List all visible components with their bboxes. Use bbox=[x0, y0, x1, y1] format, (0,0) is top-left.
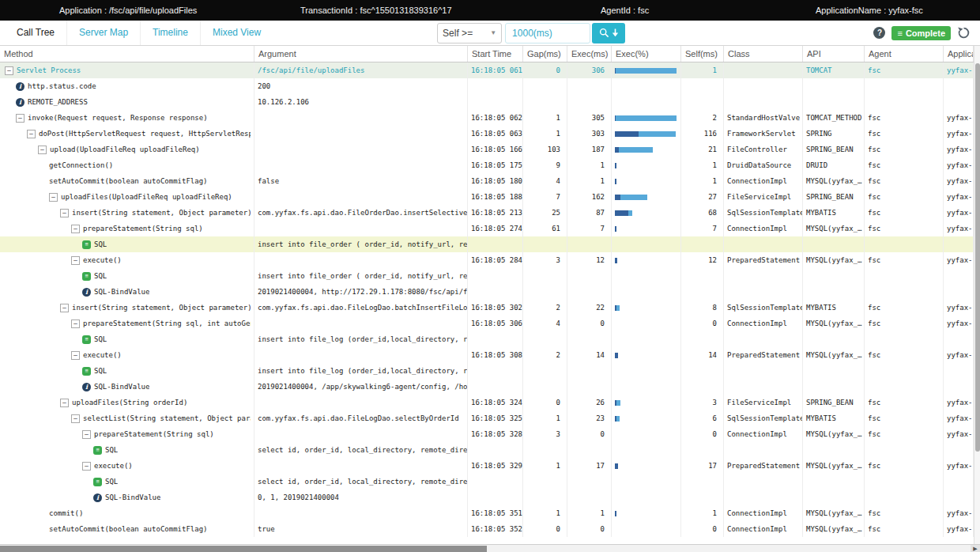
column-header-api[interactable]: API bbox=[803, 46, 865, 62]
collapse-icon[interactable]: − bbox=[38, 146, 47, 154]
method-name: execute() bbox=[83, 252, 122, 268]
exec-ms-cell bbox=[567, 94, 612, 110]
tab-server-map[interactable]: Server Map bbox=[66, 21, 140, 45]
collapse-icon[interactable]: − bbox=[71, 319, 80, 328]
tab-mixed-view[interactable]: Mixed View bbox=[200, 21, 273, 45]
call-tree-row[interactable]: −uploadFiles(String orderId)16:18:05 324… bbox=[0, 395, 974, 410]
call-tree-row[interactable]: −selectList(String statement, Object par… bbox=[0, 410, 974, 426]
view-tabs: Call Tree Server Map Timeline Mixed View bbox=[5, 21, 273, 45]
api-cell: SPRING_BEAN bbox=[803, 142, 865, 157]
call-tree-row[interactable]: −upload(UploadFileReq uploadFileReq)16:1… bbox=[0, 142, 974, 157]
collapse-icon[interactable]: − bbox=[82, 462, 91, 471]
call-tree-row[interactable]: −invoke(Request request, Response respon… bbox=[0, 110, 974, 126]
class-cell: ConnectionImpl bbox=[724, 221, 803, 236]
call-tree-row[interactable]: iREMOTE_ADDRESS10.126.2.106 bbox=[0, 94, 974, 110]
call-tree-row[interactable]: ≡SQLinsert into file_order ( order_id, n… bbox=[0, 268, 974, 284]
vertical-scrollbar-thumb[interactable] bbox=[975, 63, 980, 452]
method-cell: commit() bbox=[0, 505, 254, 521]
call-tree-row[interactable]: −doPost(HttpServletRequest request, Http… bbox=[0, 126, 974, 142]
collapse-icon[interactable]: − bbox=[71, 225, 80, 233]
collapse-icon[interactable]: − bbox=[27, 130, 36, 138]
agent-cell: fsc bbox=[865, 410, 944, 426]
filter-type-select[interactable]: Self >= ▼ bbox=[437, 23, 502, 43]
application-cell: yyfax-fsc bbox=[944, 173, 974, 189]
collapse-icon[interactable]: − bbox=[60, 304, 69, 312]
call-tree-row[interactable]: −execute()16:18:05 32911717PreparedState… bbox=[0, 458, 974, 474]
start-time-cell: 16:18:05 328 bbox=[468, 426, 523, 442]
call-tree-row[interactable]: −insert(String statement, Object paramet… bbox=[0, 205, 974, 221]
call-tree-row[interactable]: −insert(String statement, Object paramet… bbox=[0, 300, 974, 316]
scroll-right-arrow-icon[interactable]: ▶ bbox=[971, 545, 980, 552]
method-cell: ihttp.status.code bbox=[0, 78, 254, 94]
call-tree-row[interactable]: ihttp.status.code200 bbox=[0, 78, 974, 94]
collapse-icon[interactable]: − bbox=[71, 414, 80, 423]
tab-call-tree[interactable]: Call Tree bbox=[5, 21, 66, 45]
horizontal-scrollbar[interactable]: ▶ bbox=[0, 544, 980, 552]
collapse-icon[interactable]: − bbox=[5, 66, 13, 75]
filter-threshold-input[interactable] bbox=[505, 23, 590, 43]
api-cell: TOMCAT bbox=[803, 62, 865, 78]
call-tree-row[interactable]: −prepareStatement(String sql)16:18:05 27… bbox=[0, 221, 974, 236]
collapse-icon[interactable]: − bbox=[82, 430, 91, 439]
class-cell: PreparedStatement bbox=[724, 252, 803, 268]
column-header-exec-ms[interactable]: Exec(ms) bbox=[567, 46, 612, 62]
gap-ms-cell: 2 bbox=[523, 347, 567, 363]
api-cell: DRUID bbox=[803, 157, 865, 173]
call-tree-row[interactable]: setAutoCommit(boolean autoCommitFlag)fal… bbox=[0, 173, 974, 189]
column-header-argument[interactable]: Argument bbox=[254, 46, 468, 62]
column-header-start-time[interactable]: Start Time bbox=[468, 46, 523, 62]
collapse-icon[interactable]: − bbox=[71, 256, 80, 265]
collapse-icon[interactable]: − bbox=[49, 193, 58, 202]
column-header-exec[interactable]: Exec(%) bbox=[612, 46, 681, 62]
collapse-icon[interactable]: − bbox=[71, 351, 80, 360]
call-tree-row[interactable]: commit()16:18:05 351111ConnectionImplMYS… bbox=[0, 505, 974, 521]
horizontal-scrollbar-thumb[interactable] bbox=[0, 546, 487, 552]
self-ms-cell: 1 bbox=[681, 505, 724, 521]
column-header-application[interactable]: Application bbox=[944, 46, 974, 62]
refresh-icon[interactable] bbox=[957, 26, 971, 40]
column-header-class[interactable]: Class bbox=[724, 46, 803, 62]
call-tree-row[interactable]: −uploadFiles(UploadFileReq uploadFileReq… bbox=[0, 189, 974, 205]
call-tree-row[interactable]: −Servlet Process/fsc/api/file/uploadFile… bbox=[0, 62, 974, 78]
agent-id-field: AgentId : fsc bbox=[601, 0, 649, 21]
self-ms-cell bbox=[681, 78, 724, 94]
class-cell: PreparedStatement bbox=[724, 347, 803, 363]
call-tree-row[interactable]: ≡SQLinsert into file_log (order_id,local… bbox=[0, 331, 974, 347]
call-tree-row[interactable]: ≡SQLselect id, order_id, local_directory… bbox=[0, 474, 974, 490]
collapse-icon[interactable]: − bbox=[60, 399, 69, 407]
filter-group: Self >= ▼ bbox=[437, 23, 625, 43]
call-tree-row[interactable]: setAutoCommit(boolean autoCommitFlag)tru… bbox=[0, 521, 974, 537]
method-cell: −uploadFiles(UploadFileReq uploadFileReq… bbox=[0, 189, 254, 205]
start-time-cell: 16:18:05 188 bbox=[468, 189, 523, 205]
gap-ms-cell: 2 bbox=[523, 300, 567, 316]
search-button[interactable] bbox=[592, 23, 625, 43]
call-tree-row[interactable]: ≡SQLselect id, order_id, local_directory… bbox=[0, 442, 974, 458]
column-header-agent[interactable]: Agent bbox=[865, 46, 944, 62]
call-tree-row[interactable]: getConnection()16:18:05 175911DruidDataS… bbox=[0, 157, 974, 173]
call-tree-row[interactable]: iSQL-BindValue2019021400004, /app/skywal… bbox=[0, 379, 974, 395]
exec-percent-cell bbox=[612, 505, 681, 521]
column-header-method[interactable]: Method bbox=[0, 46, 254, 62]
call-tree-row[interactable]: ≡SQLinsert into file_log (order_id,local… bbox=[0, 363, 974, 379]
argument-cell: insert into file_log (order_id,local_dir… bbox=[254, 331, 468, 347]
column-header-self-ms[interactable]: Self(ms) bbox=[681, 46, 724, 62]
call-tree-row[interactable]: ≡SQLinsert into file_order ( order_id, n… bbox=[0, 236, 974, 252]
vertical-scrollbar[interactable] bbox=[974, 46, 980, 544]
gap-ms-cell: 4 bbox=[523, 173, 567, 189]
call-tree-row[interactable]: −prepareStatement(String sql, int autoGe… bbox=[0, 316, 974, 331]
call-tree-row[interactable]: −prepareStatement(String sql)16:18:05 32… bbox=[0, 426, 974, 442]
call-tree-row[interactable]: −execute()16:18:05 28431212PreparedState… bbox=[0, 252, 974, 268]
call-tree-row[interactable]: iSQL-BindValue0, 1, 2019021400004 bbox=[0, 490, 974, 505]
collapse-icon[interactable]: − bbox=[60, 209, 69, 217]
api-cell bbox=[803, 490, 865, 505]
help-icon[interactable]: ? bbox=[873, 27, 885, 39]
tab-timeline[interactable]: Timeline bbox=[140, 21, 200, 45]
collapse-icon[interactable]: − bbox=[16, 114, 24, 123]
call-tree-row[interactable]: −execute()16:18:05 30821414PreparedState… bbox=[0, 347, 974, 363]
call-tree-row[interactable]: iSQL-BindValue2019021400004, http://172.… bbox=[0, 284, 974, 300]
column-header-gap-ms[interactable]: Gap(ms) bbox=[523, 46, 567, 62]
self-ms-cell: 1 bbox=[681, 157, 724, 173]
argument-cell: 200 bbox=[254, 78, 468, 94]
method-name: uploadFiles(UploadFileReq uploadFileReq) bbox=[61, 189, 232, 205]
api-cell: MYBATIS bbox=[803, 205, 865, 221]
